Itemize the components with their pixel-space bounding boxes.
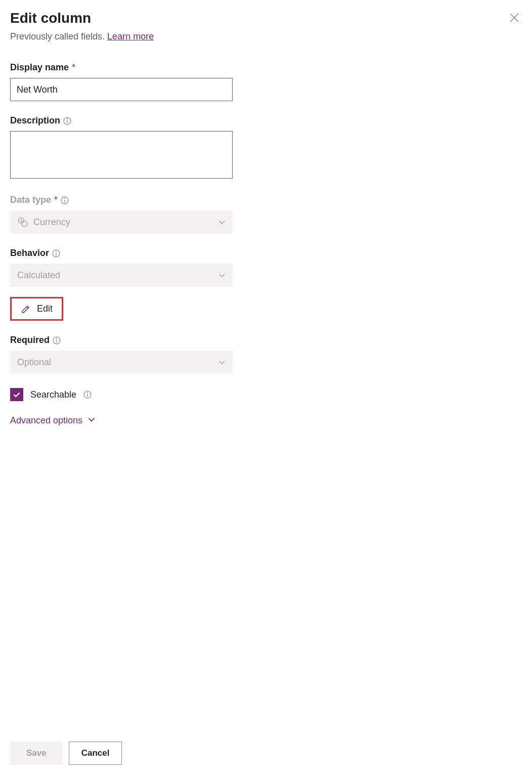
save-button: Save bbox=[10, 742, 63, 765]
checkmark-icon bbox=[12, 390, 21, 399]
description-label: Description bbox=[10, 115, 60, 126]
page-title: Edit column bbox=[10, 10, 91, 26]
svg-point-4 bbox=[67, 119, 68, 119]
currency-icon: $ bbox=[17, 217, 28, 228]
chevron-down-icon bbox=[87, 415, 96, 426]
learn-more-link[interactable]: Learn more bbox=[107, 31, 154, 41]
svg-point-13 bbox=[56, 251, 57, 252]
page-subtitle: Previously called fields. Learn more bbox=[10, 31, 522, 42]
svg-point-17 bbox=[57, 338, 57, 339]
cancel-button[interactable]: Cancel bbox=[69, 742, 122, 765]
data-type-value: Currency bbox=[33, 217, 70, 228]
close-icon bbox=[510, 13, 519, 22]
required-mark: * bbox=[54, 195, 58, 205]
info-icon[interactable] bbox=[63, 117, 71, 125]
svg-text:$: $ bbox=[20, 219, 22, 222]
searchable-checkbox[interactable] bbox=[10, 388, 23, 401]
edit-button-label: Edit bbox=[37, 304, 53, 314]
display-name-label: Display name bbox=[10, 62, 69, 73]
advanced-options-toggle[interactable]: Advanced options bbox=[10, 415, 522, 426]
svg-point-10 bbox=[22, 221, 27, 227]
required-label: Required bbox=[10, 335, 50, 345]
edit-button[interactable]: Edit bbox=[10, 297, 63, 321]
behavior-value: Calculated bbox=[17, 270, 60, 281]
behavior-label: Behavior bbox=[10, 248, 49, 258]
chevron-down-icon bbox=[218, 359, 226, 366]
data-type-label: Data type bbox=[10, 195, 51, 205]
info-icon[interactable] bbox=[83, 391, 92, 399]
required-select[interactable]: Optional bbox=[10, 351, 233, 374]
info-icon[interactable] bbox=[61, 196, 69, 204]
display-name-input[interactable] bbox=[10, 78, 233, 101]
info-icon[interactable] bbox=[52, 249, 60, 257]
chevron-down-icon bbox=[218, 219, 226, 226]
required-value: Optional bbox=[17, 357, 51, 368]
data-type-select[interactable]: $ Currency bbox=[10, 210, 233, 234]
required-mark: * bbox=[72, 62, 75, 73]
advanced-options-label: Advanced options bbox=[10, 415, 82, 426]
description-input[interactable] bbox=[10, 131, 233, 179]
searchable-label: Searchable bbox=[30, 390, 76, 400]
pencil-icon bbox=[21, 304, 31, 314]
chevron-down-icon bbox=[218, 272, 226, 279]
close-button[interactable] bbox=[507, 10, 522, 27]
behavior-select[interactable]: Calculated bbox=[10, 264, 233, 287]
info-icon[interactable] bbox=[53, 336, 61, 344]
svg-point-7 bbox=[65, 198, 65, 199]
svg-point-20 bbox=[87, 393, 88, 393]
